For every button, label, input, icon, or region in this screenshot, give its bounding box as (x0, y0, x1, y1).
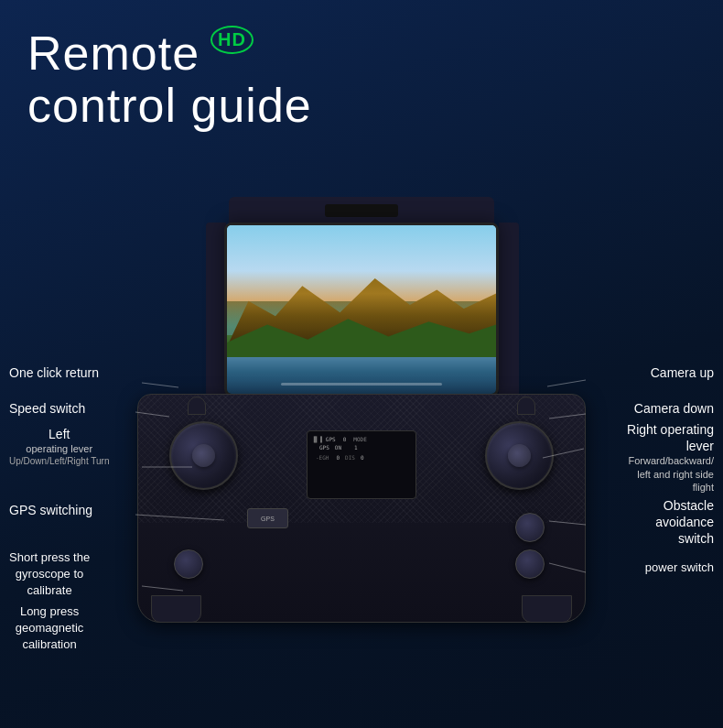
label-camera-down: Camera down (634, 400, 714, 417)
label-left-lever: Left operating lever Up/Down/Left/Right … (9, 426, 110, 467)
left-joystick[interactable] (169, 421, 238, 490)
phone-holder (229, 197, 494, 224)
phone-holder-top (325, 204, 398, 217)
antenna-right (517, 397, 535, 415)
label-one-click-return: One click return (9, 364, 99, 381)
page-title-line1: Remote (27, 27, 312, 80)
label-obstacle-avoidance: Obstacle avoidance switch (655, 497, 714, 548)
page-container: Remote control guide HD (0, 0, 723, 728)
water-shimmer (281, 383, 442, 386)
label-speed-switch: Speed switch (9, 400, 85, 417)
power-switch-button[interactable] (515, 549, 545, 579)
controller-foot-right (522, 595, 572, 623)
gyroscope-button[interactable] (174, 549, 203, 579)
gps-button[interactable]: GPS (247, 508, 288, 528)
gps-button-label: GPS (261, 516, 275, 522)
phone-grip-right (499, 223, 519, 397)
lcd-gps-on: ON (335, 444, 341, 451)
phone-grip-left (206, 223, 226, 397)
label-power-switch: power switch (645, 560, 714, 576)
hd-badge: HD (210, 26, 254, 54)
center-display: ▐▌▐ GPS 0 MODE GPS ON 1 -EGH 0 DIS 0 (307, 430, 416, 499)
water (227, 357, 496, 394)
label-short-press: Short press the gyroscope to calibrate L… (9, 549, 90, 653)
phone-screen (224, 223, 499, 397)
label-right-lever: Right operating lever Forward/backward/ … (627, 421, 714, 494)
right-joystick[interactable] (485, 421, 554, 490)
label-gps-switching: GPS switching (9, 502, 92, 518)
label-camera-up: Camera up (651, 364, 714, 381)
title-area: Remote control guide (27, 27, 312, 132)
sky (227, 225, 496, 301)
controller-area: ▐▌▐ GPS 0 MODE GPS ON 1 -EGH 0 DIS 0 GPS (128, 197, 595, 636)
mountain-scene (227, 225, 496, 394)
obstacle-avoidance-button[interactable] (515, 513, 545, 542)
page-title-line2: control guide (27, 80, 312, 132)
lcd-gps-label: GPS (319, 444, 329, 451)
controller-foot-left (151, 595, 201, 623)
lcd-mode-val: 1 (354, 444, 358, 451)
antenna-left (188, 397, 206, 415)
